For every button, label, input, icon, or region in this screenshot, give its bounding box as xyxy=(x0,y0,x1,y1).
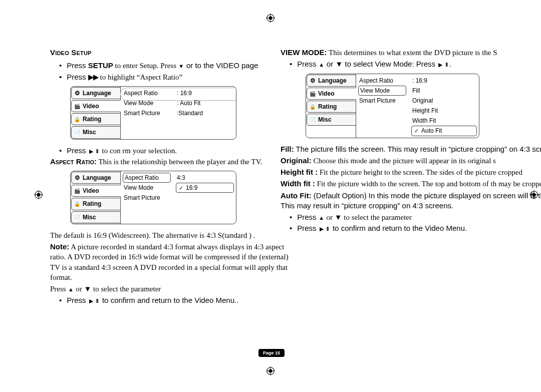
bullet-dot: • xyxy=(59,72,62,82)
gear-icon xyxy=(74,89,80,97)
autofit-label: Auto Fit: xyxy=(281,191,312,200)
menu-row: View Mode xyxy=(123,183,171,193)
svg-point-7 xyxy=(268,369,272,372)
registration-mark-left xyxy=(34,190,43,199)
play-icon xyxy=(319,223,325,233)
menu-row: Smart Picture xyxy=(123,193,171,203)
bullet-confirm: • Press to con rm your selection. xyxy=(59,146,291,156)
note-text: A picture recorded in standard 4:3 forma… xyxy=(50,243,289,281)
widthfit-label: Width fit : xyxy=(281,179,315,188)
bullet-dot: • xyxy=(290,59,292,69)
setup-menu-viewmode-options: Language Video Rating Misc Aspect Ratio … xyxy=(306,74,479,138)
heightfit-text: Fit the picture height to the screen. Th… xyxy=(318,168,522,176)
note-label: Note: xyxy=(50,242,69,251)
up-icon xyxy=(319,59,325,69)
menu-value: : 16:9 xyxy=(411,76,477,86)
aspect-ratio-text: This is the relationship between the pla… xyxy=(97,158,262,166)
film-icon xyxy=(74,187,80,195)
fast-forward-icon: ▶▶ xyxy=(88,73,98,81)
play-icon xyxy=(437,59,443,69)
menu-row: Aspect Ratio xyxy=(123,88,171,98)
bullet-text: Press to confirm and return to the Video… xyxy=(297,223,467,233)
menu-tab-language: Language xyxy=(307,75,356,87)
bullet-enter-setup: • Press SETUP to enter Setup. Press or t… xyxy=(59,61,291,71)
bullet-text: Press ▶▶ to highlight “Aspect Ratio” xyxy=(67,72,182,82)
view-mode-text: This determines to what extent the DVD p… xyxy=(327,49,497,57)
autofit-description: Auto Fit: (Default Option) In this mode … xyxy=(281,191,541,211)
bullet-dot: • xyxy=(290,212,292,222)
menu-row-selected: Aspect Ratio xyxy=(123,173,171,183)
check-icon xyxy=(413,127,419,135)
menu-value: :Standard xyxy=(176,108,234,118)
menu-tab-video: Video xyxy=(71,185,121,197)
left-column: Video Setup • Press SETUP to enter Setup… xyxy=(50,48,291,307)
setup-menu-aspect-options: Language Video Rating Misc Aspect Ratio … xyxy=(70,171,236,224)
menu-row: Smart Picture xyxy=(123,108,171,118)
note-icon xyxy=(74,213,80,221)
menu-tab-language: Language xyxy=(71,172,121,184)
default-line: The default is 16:9 (Widescreen). The al… xyxy=(50,230,291,240)
film-icon xyxy=(310,90,316,98)
menu-tab-language: Language xyxy=(71,87,121,99)
lock-icon xyxy=(74,115,80,123)
original-description: Original: Choose this mode and the pictu… xyxy=(281,156,541,166)
setup-menu-aspect-highlighted: Language Video Rating Misc Aspect Ratio … xyxy=(70,86,236,140)
gear-icon xyxy=(310,77,316,85)
menu-tab-rating: Rating xyxy=(71,113,121,125)
bullet-text: Press SETUP to enter Setup. Press or to … xyxy=(67,61,258,71)
bullet-text: Press or ▼ to select View Mode: Press . xyxy=(297,59,451,69)
menu-tab-misc: Misc xyxy=(307,114,356,126)
menu-value: : Auto Fit xyxy=(176,98,234,108)
menu-option: Fill xyxy=(411,86,477,96)
up-icon xyxy=(319,212,325,222)
menu-value: : 16:9 xyxy=(176,88,234,98)
original-text: Choose this mode and the picture will ap… xyxy=(312,157,496,165)
play-icon xyxy=(88,146,94,156)
page-number-badge: Page 15 xyxy=(258,349,285,357)
pause-icon xyxy=(443,59,449,69)
menu-tab-misc: Misc xyxy=(71,126,121,138)
view-mode-label: VIEW MODE: xyxy=(281,48,327,57)
menu-tab-video: Video xyxy=(71,100,121,112)
bullet-highlight-aspect: • Press ▶▶ to highlight “Aspect Ratio” xyxy=(59,72,291,82)
bullet-dot: • xyxy=(290,223,292,233)
bullet-text: Press or ▼ to select the parameter xyxy=(297,212,411,222)
registration-mark-top xyxy=(266,14,275,23)
svg-point-11 xyxy=(37,193,40,196)
check-icon xyxy=(178,184,184,192)
down-icon xyxy=(178,61,184,71)
menu-value-checked: 16:9 xyxy=(176,183,234,193)
right-column: VIEW MODE: This determines to what exten… xyxy=(281,48,541,235)
note-line: Note: A picture recorded in standard 4:3… xyxy=(50,242,291,282)
fill-text: The picture fills the screen. This may r… xyxy=(294,145,541,153)
video-setup-heading: Video Setup xyxy=(50,48,291,58)
menu-tab-misc: Misc xyxy=(71,211,121,223)
svg-point-3 xyxy=(268,16,272,20)
menu-row: View Mode xyxy=(123,98,171,108)
fill-label: Fill: xyxy=(281,145,294,153)
lock-icon xyxy=(74,200,80,208)
bullet-text: Press to confirm and return to the Video… xyxy=(67,295,238,305)
bullet-text: Press to con rm your selection. xyxy=(67,146,177,156)
menu-tab-video: Video xyxy=(307,88,356,100)
menu-value xyxy=(176,193,234,195)
bullet-confirm-return: • Press to confirm and return to the Vid… xyxy=(59,295,291,305)
pause-icon xyxy=(94,146,100,156)
note-icon xyxy=(310,116,316,124)
up-icon xyxy=(68,284,74,294)
pause-icon xyxy=(325,223,331,233)
bullet-select-viewmode: • Press or ▼ to select View Mode: Press … xyxy=(290,59,541,69)
lock-icon xyxy=(310,103,316,111)
bullet-select-param: • Press or ▼ to select the parameter xyxy=(290,212,541,222)
bullet-dot: • xyxy=(59,295,62,305)
view-mode-description: VIEW MODE: This determines to what exten… xyxy=(281,48,541,58)
play-icon xyxy=(88,295,94,305)
film-icon xyxy=(74,102,80,110)
aspect-ratio-description: Aspect Ratio: This is the relationship b… xyxy=(50,157,291,167)
note-icon xyxy=(74,128,80,136)
menu-option: Width Fit xyxy=(411,116,477,126)
menu-value: 4:3 xyxy=(176,173,234,183)
widthfit-text: Fit the picture width to the screen. The… xyxy=(315,180,541,188)
menu-tab-rating: Rating xyxy=(307,101,356,113)
menu-row: Smart Picture xyxy=(358,96,406,106)
